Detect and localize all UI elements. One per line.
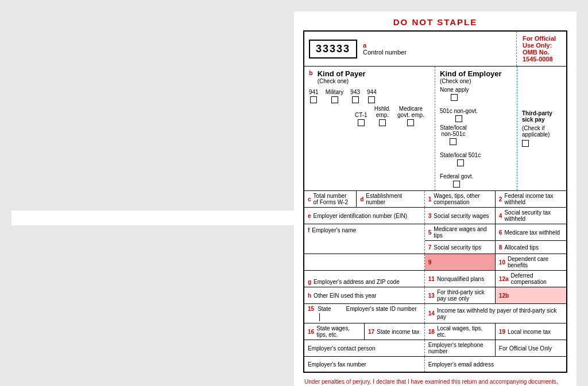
field-5-label: Medicare wages and tips [434, 226, 492, 239]
field-16-label: State wages, tips, etc. [316, 325, 361, 338]
official-use-line1: For Official Use Only: [523, 35, 560, 49]
field-15-num: 15 [308, 306, 314, 312]
field-2-label: Federal income tax withheld [504, 193, 563, 205]
fax-label: Employer's fax number [308, 361, 366, 368]
field-f: f Employer's name [304, 224, 425, 254]
field-f-letter: f [308, 227, 310, 233]
field-12a: 12a Deferred compensation [496, 271, 566, 287]
field-8-label: Allocated tips [504, 244, 538, 251]
field-13-label: For third-party sick pay use only [437, 289, 492, 302]
field-5: 5 Medicare wages and tips [425, 224, 496, 240]
field-7-label: Social security tips [434, 244, 481, 251]
field-c: c Total number of Forms W-2 [304, 191, 357, 207]
field-11: 11 Nonqualified plans [425, 271, 496, 287]
field-14-num: 14 [428, 310, 435, 317]
field-19: 19 Local income tax [496, 323, 566, 340]
field-c-letter: c [308, 196, 311, 202]
checkbox-statelocal-501c[interactable] [457, 159, 464, 166]
field-2: 2 Federal income tax withheld [496, 191, 566, 207]
field-15: 15 State Employer's state ID number [304, 304, 425, 323]
field-4: 4 Social security tax withheld [496, 208, 566, 224]
field-11-num: 11 [428, 276, 435, 282]
field-10: 10 Dependent care benefits [496, 254, 566, 270]
field-15-label2: Employer's state ID number [346, 306, 416, 312]
checkbox-944[interactable] [368, 96, 375, 103]
field-18-label: Local wages, tips, etc. [437, 325, 492, 338]
checkbox-501c-nongov[interactable] [455, 115, 462, 122]
field-8-num: 8 [499, 244, 502, 251]
third-party-line4: applicable) [522, 131, 562, 138]
field-f-label: Employer's name [312, 227, 356, 233]
field-16: 16 State wages, tips, etc. [304, 323, 365, 340]
official-use: For Official Use Only: OMB No. 1545-0008 [517, 32, 566, 66]
field-a-letter: a [363, 42, 407, 49]
field-e-label: Employer identification number (EIN) [314, 213, 407, 219]
contact-label: Employer's contact person [308, 345, 376, 352]
field-12b: 12b [496, 287, 566, 303]
field-13: 13 For third-party sick pay use only [425, 287, 496, 303]
field-11-label: Nonqualified plans [437, 276, 484, 282]
checkbox-943[interactable] [352, 96, 359, 103]
checkbox-none-apply[interactable] [451, 94, 458, 101]
field-g-label: Employer's address and ZIP code [314, 279, 400, 285]
field-6-label: Medicare tax withheld [504, 229, 560, 236]
checkbox-ct1[interactable] [358, 119, 365, 126]
payer-943: 943 [350, 89, 360, 103]
payer-941: 941 [309, 89, 319, 103]
field-17-num: 17 [368, 329, 374, 335]
field-h-letter: h [308, 293, 311, 299]
field-13-num: 13 [428, 293, 435, 299]
checkbox-941[interactable] [310, 96, 317, 103]
field-2-num: 2 [499, 196, 502, 202]
official-use-line2: OMB No. 1545-0008 [523, 49, 560, 63]
checkbox-statelocal-non501c[interactable] [450, 138, 457, 145]
field-10-label: Dependent care benefits [508, 256, 563, 268]
checkbox-military[interactable] [331, 96, 338, 103]
checkbox-federal-govt[interactable] [453, 181, 460, 188]
kind-of-employer-section: Kind of Employer (Check one) None apply … [435, 67, 517, 190]
kind-of-payer-section: b Kind of Payer (Check one) 941 Military [304, 67, 435, 190]
field-17-label: State income tax [377, 329, 419, 335]
field-12a-num: 12a [499, 276, 509, 282]
field-14-label: Income tax withheld by payer of third-pa… [437, 307, 563, 320]
field-9-num: 9 [428, 259, 432, 266]
payer-ct1: CT-1 [355, 112, 368, 126]
checkbox-medicare-emp[interactable] [407, 119, 414, 126]
checkbox-hshld[interactable] [379, 119, 386, 126]
koe-subtitle: (Check one) [440, 78, 512, 84]
third-party-line1: Third-party [522, 110, 562, 116]
payer-944: 944 [367, 89, 377, 103]
field-1: 1 Wages, tips, other compensation [425, 191, 496, 207]
phone-label: Employer's telephone number [428, 342, 492, 354]
field-a-label: Control number [363, 49, 407, 56]
field-6: 6 Medicare tax withheld [496, 224, 566, 240]
fax-number: Employer's fax number [304, 357, 425, 372]
field-18-num: 18 [428, 329, 435, 335]
contact-person: Employer's contact person [304, 340, 425, 356]
disclaimer: Under penalties of perjury, I declare th… [303, 373, 567, 386]
field-15-label: State [318, 306, 331, 312]
employer-none-apply: None apply [440, 87, 469, 101]
payer-military: Military [326, 89, 344, 103]
field-9: 9 [425, 254, 496, 270]
do-not-staple-header: DO NOT STAPLE [303, 17, 567, 27]
employer-statelocal-501c: State/local 501c [440, 152, 481, 166]
field-12b-num: 12b [499, 293, 509, 299]
checkbox-third-party[interactable] [522, 140, 529, 147]
field-1-num: 1 [428, 196, 432, 202]
field-d-letter: d [360, 196, 363, 202]
field-7: 7 Social security tips [425, 241, 496, 254]
phone-number: Employer's telephone number [425, 340, 496, 356]
disclaimer-text: Under penalties of perjury, I declare th… [304, 379, 558, 386]
field-e: e Employer identification number (EIN) [304, 208, 425, 224]
field-d: d Establishment number [357, 191, 425, 207]
field-14: 14 Income tax withheld by payer of third… [425, 304, 566, 323]
field-d-text: Establishment number [366, 193, 420, 205]
field-g: g Employer's address and ZIP code [304, 271, 425, 287]
payer-medicare-emp: Medicaregovt. emp. [397, 106, 424, 126]
koe-title: Kind of Employer [440, 69, 512, 78]
field-g-letter: g [308, 279, 311, 285]
field-1-label: Wages, tips, other compensation [434, 193, 492, 205]
kop-title: Kind of Payer [318, 69, 366, 78]
field-4-label: Social security tax withheld [504, 209, 563, 222]
